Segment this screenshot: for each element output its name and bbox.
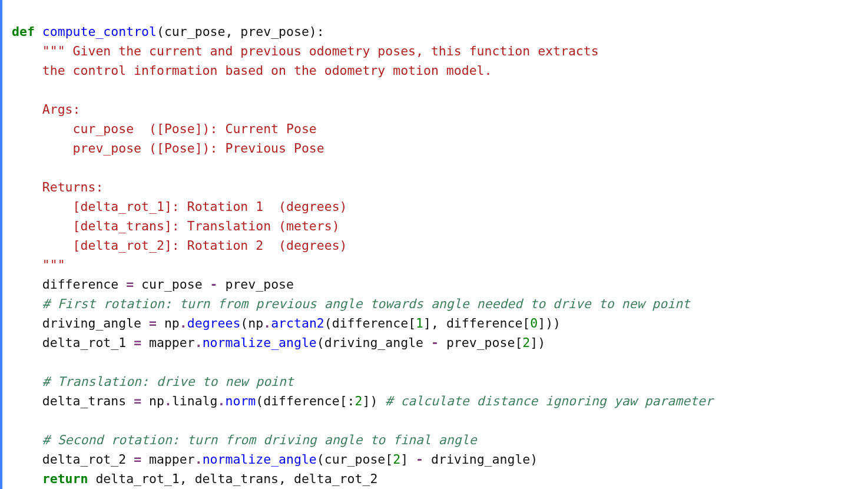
method-normalize-angle: normalize_angle xyxy=(203,452,317,467)
func-name: compute_control xyxy=(42,24,157,39)
keyword-return: return xyxy=(42,471,88,486)
code-line-23: delta_rot_2 = mapper.normalize_angle(cur… xyxy=(12,452,538,467)
comment-line: # Second rotation: turn from driving ang… xyxy=(42,432,477,447)
method-normalize-angle: normalize_angle xyxy=(203,335,317,350)
operator-assign: = xyxy=(134,452,141,467)
code-line-19: # Translation: drive to new point xyxy=(12,374,294,389)
code-line-16: driving_angle = np.degrees(np.arctan2(di… xyxy=(12,316,561,331)
code-line-14: difference = cur_pose - prev_pose xyxy=(12,277,294,292)
docstring-line: the control information based on the odo… xyxy=(42,63,492,78)
docstring-line: cur_pose ([Pose]): Current Pose xyxy=(42,121,317,136)
code-line-20: delta_trans = np.linalg.norm(difference[… xyxy=(12,394,713,408)
code-line-5: Args: xyxy=(12,102,81,117)
comment-line: # Translation: drive to new point xyxy=(42,374,294,389)
code-line-6: cur_pose ([Pose]): Current Pose xyxy=(12,121,317,136)
operator-minus: - xyxy=(416,452,423,467)
number-literal: 2 xyxy=(522,335,530,350)
operator-assign: = xyxy=(134,394,141,408)
number-literal: 1 xyxy=(416,316,423,331)
docstring-line: """ xyxy=(42,257,65,272)
docstring-line: [delta_rot_2]: Rotation 2 (degrees) xyxy=(42,238,347,253)
docstring-line: prev_pose ([Pose]): Previous Pose xyxy=(42,141,324,156)
code-line-12: [delta_rot_2]: Rotation 2 (degrees) xyxy=(12,238,347,253)
operator-minus: - xyxy=(431,335,439,350)
docstring-line: [delta_trans]: Translation (meters) xyxy=(42,219,340,233)
number-literal: 0 xyxy=(530,316,538,331)
number-literal: 2 xyxy=(393,452,400,467)
code-line-7: prev_pose ([Pose]): Previous Pose xyxy=(12,141,324,156)
code-line-13: """ xyxy=(12,257,65,272)
docstring-line: """ Given the current and previous odome… xyxy=(42,44,599,58)
number-literal: 2 xyxy=(355,394,363,408)
code-line-11: [delta_trans]: Translation (meters) xyxy=(12,219,340,233)
code-line-4 xyxy=(12,82,42,97)
operator-assign: = xyxy=(134,335,141,350)
operator-assign: = xyxy=(149,316,157,331)
code-line-10: [delta_rot_1]: Rotation 1 (degrees) xyxy=(12,199,347,214)
operator-assign: = xyxy=(126,277,134,292)
code-line-3: the control information based on the odo… xyxy=(12,63,492,78)
func-params: (cur_pose, prev_pose): xyxy=(157,24,324,39)
code-line-8 xyxy=(12,160,42,175)
docstring-line: [delta_rot_1]: Rotation 1 (degrees) xyxy=(42,199,347,214)
code-line-17: delta_rot_1 = mapper.normalize_angle(dri… xyxy=(12,335,545,350)
code-line-15: # First rotation: turn from previous ang… xyxy=(12,296,690,311)
code-line-2: """ Given the current and previous odome… xyxy=(12,44,599,58)
code-line-1: def compute_control(cur_pose, prev_pose)… xyxy=(12,24,324,39)
comment-line: # First rotation: turn from previous ang… xyxy=(42,296,690,311)
code-block: def compute_control(cur_pose, prev_pose)… xyxy=(0,0,868,489)
method-degrees: degrees xyxy=(187,316,241,331)
code-line-9: Returns: xyxy=(12,180,103,194)
comment-inline: # calculate distance ignoring yaw parame… xyxy=(385,394,713,408)
method-norm: norm xyxy=(226,394,256,408)
keyword-def: def xyxy=(12,24,35,39)
code-line-24: return delta_rot_1, delta_trans, delta_r… xyxy=(12,471,377,486)
code-line-22: # Second rotation: turn from driving ang… xyxy=(12,432,477,447)
operator-minus: - xyxy=(210,277,218,292)
docstring-line: Args: xyxy=(42,102,81,117)
docstring-line: Returns: xyxy=(42,180,104,194)
method-arctan2: arctan2 xyxy=(271,316,324,331)
